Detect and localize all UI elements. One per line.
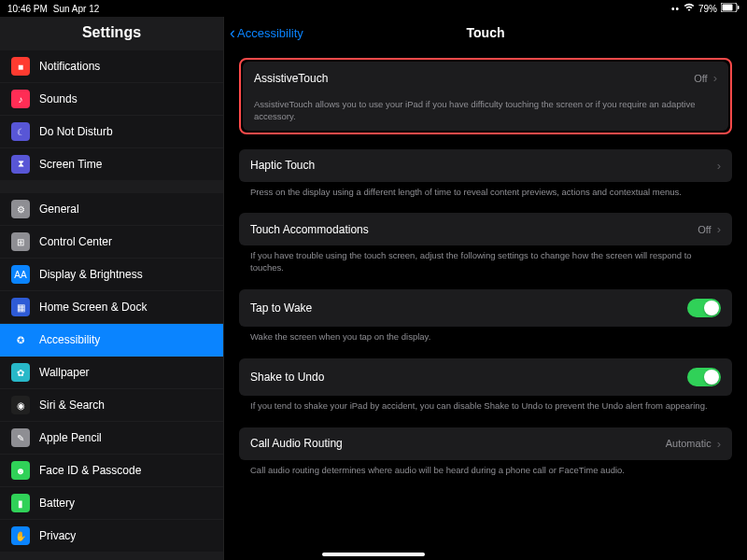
cell-title: Shake to Undo	[250, 371, 324, 384]
cell-accessory: Automatic›	[666, 437, 721, 451]
toggle-switch[interactable]	[687, 368, 721, 386]
chevron-right-icon: ›	[717, 437, 721, 451]
sidebar-item-home-screen-dock[interactable]: ▦Home Screen & Dock	[0, 291, 223, 324]
sidebar-item-label: Privacy	[39, 529, 76, 542]
chevron-right-icon: ›	[717, 222, 721, 236]
cell-value: Off	[698, 224, 711, 235]
apple-pencil-icon: ✎	[11, 428, 30, 447]
sidebar-item-apple-pencil[interactable]: ✎Apple Pencil	[0, 422, 223, 455]
chevron-right-icon: ›	[717, 159, 721, 173]
home-screen-dock-icon: ▦	[11, 298, 30, 316]
sidebar-item-do-not-disturb[interactable]: ☾Do Not Disturb	[0, 116, 223, 148]
cell-title: Call Audio Routing	[250, 437, 343, 450]
cell-accessory: Off›	[694, 71, 717, 85]
cell-accessory: Off›	[698, 222, 721, 236]
settings-sidebar[interactable]: Settings ■Notifications♪Sounds☾Do Not Di…	[0, 17, 224, 560]
sidebar-item-label: Siri & Search	[39, 399, 105, 412]
cell-accessory	[687, 299, 721, 317]
cell-title: Tap to Wake	[250, 301, 312, 315]
sidebar-item-label: Apple Pencil	[39, 431, 102, 444]
sidebar-item-label: Battery	[39, 497, 75, 510]
sidebar-item-label: Wallpaper	[39, 366, 90, 379]
detail-pane[interactable]: ‹ Accessibility Touch AssistiveTouchOff›…	[224, 17, 747, 560]
sidebar-item-general[interactable]: ⚙General	[0, 193, 223, 226]
cell-value: Automatic	[666, 438, 712, 449]
cell-title: AssistiveTouch	[254, 72, 328, 85]
group-footer: If you tend to shake your iPad by accide…	[239, 396, 732, 413]
call-audio-routing-cell[interactable]: Call Audio RoutingAutomatic›	[239, 427, 732, 460]
face-id-passcode-icon: ☻	[11, 461, 30, 480]
battery-icon: ▮	[11, 494, 30, 512]
sidebar-title: Settings	[0, 17, 223, 50]
recording-icon: ••	[671, 4, 680, 14]
chevron-left-icon: ‹	[230, 24, 235, 41]
sidebar-item-label: Screen Time	[39, 158, 102, 171]
shake-to-undo-cell[interactable]: Shake to Undo	[239, 358, 732, 396]
sidebar-item-label: Notifications	[39, 60, 100, 73]
back-label: Accessibility	[237, 26, 303, 40]
do-not-disturb-icon: ☾	[11, 122, 30, 141]
cell-title: Touch Accommodations	[250, 223, 369, 236]
sidebar-item-face-id-passcode[interactable]: ☻Face ID & Passcode	[0, 455, 223, 487]
general-icon: ⚙	[11, 200, 30, 218]
sidebar-item-notifications[interactable]: ■Notifications	[0, 50, 223, 83]
group-footer: AssistiveTouch allows you to use your iP…	[243, 94, 728, 131]
svg-rect-2	[738, 6, 740, 9]
sidebar-item-label: Control Center	[39, 235, 112, 248]
toggle-switch[interactable]	[687, 299, 721, 317]
status-bar: 10:46 PM Sun Apr 12 •• 79%	[0, 0, 747, 17]
accessibility-icon: ✪	[11, 330, 30, 349]
notifications-icon: ■	[11, 57, 30, 76]
cell-accessory	[687, 368, 721, 386]
sidebar-item-label: Home Screen & Dock	[39, 301, 147, 314]
display-brightness-icon: AA	[11, 265, 30, 284]
sidebar-item-control-center[interactable]: ⊞Control Center	[0, 226, 223, 259]
privacy-icon: ✋	[11, 526, 30, 545]
sounds-icon: ♪	[11, 90, 30, 108]
sidebar-item-sounds[interactable]: ♪Sounds	[0, 83, 223, 116]
control-center-icon: ⊞	[11, 232, 30, 251]
siri-search-icon: ◉	[11, 396, 30, 414]
sidebar-item-label: Accessibility	[39, 333, 100, 346]
screen-time-icon: ⧗	[11, 155, 30, 174]
chevron-right-icon: ›	[713, 71, 717, 85]
sidebar-item-label: Do Not Disturb	[39, 125, 113, 138]
sidebar-item-screen-time[interactable]: ⧗Screen Time	[0, 148, 223, 180]
group-footer: Press on the display using a different l…	[239, 182, 732, 199]
back-button[interactable]: ‹ Accessibility	[224, 24, 303, 41]
status-time: 10:46 PM	[7, 4, 48, 14]
group-footer: If you have trouble using the touch scre…	[239, 245, 732, 274]
svg-rect-1	[723, 5, 733, 11]
home-indicator[interactable]	[322, 553, 425, 556]
sidebar-item-battery[interactable]: ▮Battery	[0, 487, 223, 520]
cell-value: Off	[694, 73, 707, 84]
haptic-touch-cell[interactable]: Haptic Touch›	[239, 149, 732, 182]
group-footer: Wake the screen when you tap on the disp…	[239, 327, 732, 343]
wallpaper-icon: ✿	[11, 363, 30, 382]
sidebar-item-siri-search[interactable]: ◉Siri & Search	[0, 389, 223, 422]
sidebar-item-label: General	[39, 203, 79, 216]
touch-accommodations-cell[interactable]: Touch AccommodationsOff›	[239, 213, 732, 245]
cell-title: Haptic Touch	[250, 159, 315, 172]
sidebar-item-accessibility[interactable]: ✪Accessibility	[0, 324, 223, 357]
sidebar-item-privacy[interactable]: ✋Privacy	[0, 520, 223, 552]
assistivetouch-cell[interactable]: AssistiveTouchOff›	[243, 62, 728, 94]
group-footer: Call audio routing determines where audi…	[239, 460, 732, 477]
sidebar-item-label: Display & Brightness	[39, 268, 143, 281]
battery-icon	[721, 3, 740, 14]
tap-to-wake-cell[interactable]: Tap to Wake	[239, 289, 732, 327]
sidebar-item-label: Face ID & Passcode	[39, 464, 141, 477]
battery-percent: 79%	[698, 4, 717, 14]
sidebar-item-label: Sounds	[39, 92, 78, 105]
wifi-icon	[684, 3, 695, 14]
sidebar-item-display-brightness[interactable]: AADisplay & Brightness	[0, 259, 223, 291]
status-date: Sun Apr 12	[53, 4, 99, 14]
sidebar-item-wallpaper[interactable]: ✿Wallpaper	[0, 357, 223, 389]
cell-accessory: ›	[717, 159, 721, 173]
